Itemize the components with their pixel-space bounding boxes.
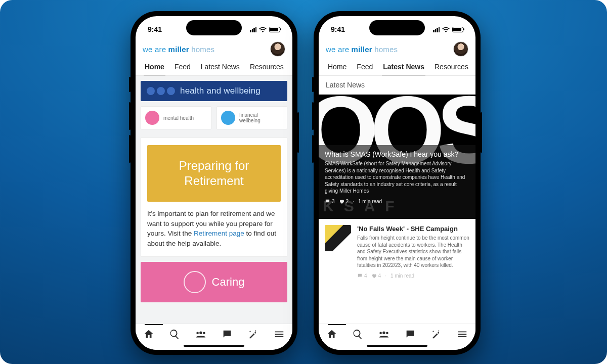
retirement-banner: Preparing forRetirement	[147, 145, 281, 202]
caring-card[interactable]: Caring	[141, 262, 287, 302]
article-desc: Falls from height continue to be the mos…	[357, 235, 469, 269]
featured-article[interactable]: OOS KSAF What is SMAS (WorkSafe) I hear …	[319, 95, 475, 219]
home-body[interactable]: health and wellbeing mental health finan…	[136, 76, 292, 350]
retirement-card[interactable]: Preparing forRetirement It's important t…	[141, 138, 287, 257]
nav-magic-icon[interactable]	[430, 329, 442, 340]
home-indicator	[367, 345, 427, 347]
caring-title: Caring	[212, 276, 245, 289]
news-body[interactable]: Latest News OOS KSAF What is SMAS (WorkS…	[319, 76, 475, 350]
tab-resources[interactable]: Resources	[429, 59, 473, 75]
read-time: 1 min read	[358, 199, 382, 204]
nav-menu-icon[interactable]	[274, 329, 285, 340]
tile-financial-wellbeing[interactable]: financial wellbeing	[216, 106, 287, 129]
article-title: 'No Falls Week' - SHE Campaign	[357, 225, 469, 233]
banner-icons	[147, 87, 175, 95]
comment-icon	[357, 273, 363, 279]
dynamic-island	[369, 20, 425, 35]
nav-home-icon[interactable]	[143, 329, 154, 340]
battery-icon	[269, 27, 280, 32]
health-wellbeing-banner[interactable]: health and wellbeing	[141, 81, 287, 101]
nav-search-icon[interactable]	[352, 329, 363, 340]
nav-menu-icon[interactable]	[457, 329, 468, 340]
read-time: 1 min read	[391, 273, 414, 279]
cellular-icon	[433, 27, 440, 32]
heart-icon	[339, 199, 344, 204]
home-indicator	[184, 345, 244, 347]
nav-magic-icon[interactable]	[247, 329, 258, 340]
section-heading: Latest News	[319, 76, 475, 95]
heart-icon	[371, 273, 377, 279]
featured-title: What is SMAS (WorkSafe) I hear you ask?	[325, 150, 469, 158]
article-item[interactable]: 'No Falls Week' - SHE Campaign Falls fro…	[319, 219, 475, 285]
featured-meta: 3 2 · 1 min read	[325, 199, 469, 204]
tab-latest-news[interactable]: Latest News	[196, 59, 245, 75]
top-tabs: Home Feed Latest News Resources	[136, 59, 292, 76]
brand-logo[interactable]: we are miller homes	[143, 45, 214, 54]
phone-mockup-home: 9:41 we are miller homes Home Feed Lates…	[131, 11, 297, 355]
tile-label: financial wellbeing	[239, 112, 261, 123]
brand-logo[interactable]: we are miller homes	[326, 45, 398, 54]
app-header: we are miller homes	[136, 38, 292, 59]
avatar[interactable]	[270, 41, 285, 57]
cellular-icon	[250, 27, 256, 32]
wifi-icon	[442, 27, 450, 32]
battery-icon	[452, 27, 463, 32]
tile-label: mental health	[163, 115, 194, 121]
article-meta: 4 4 · 1 min read	[357, 273, 469, 279]
tab-resources[interactable]: Resources	[245, 59, 289, 75]
dynamic-island	[186, 20, 242, 35]
nav-chat-icon[interactable]	[222, 329, 233, 340]
nav-search-icon[interactable]	[169, 329, 180, 340]
top-tabs: Home Feed Latest News Resources	[319, 59, 475, 76]
nav-chat-icon[interactable]	[405, 329, 416, 340]
avatar[interactable]	[453, 41, 468, 57]
tab-feed[interactable]: Feed	[352, 59, 378, 75]
tab-latest-news[interactable]: Latest News	[378, 59, 429, 75]
comment-icon	[325, 199, 330, 204]
marketing-stage: 9:41 we are miller homes Home Feed Lates…	[0, 0, 607, 364]
phone-mockup-news: 9:41 we are miller homes Home Feed Lates…	[314, 11, 481, 355]
tab-home[interactable]: Home	[140, 59, 169, 75]
status-time: 9:41	[148, 25, 162, 33]
heart-icon	[145, 111, 159, 125]
nav-home-icon[interactable]	[326, 329, 337, 340]
tab-home[interactable]: Home	[323, 59, 352, 75]
app-header: we are miller homes	[319, 38, 475, 59]
retirement-text: It's important to plan for retirement an…	[147, 209, 281, 248]
retirement-link[interactable]: Retirement page	[194, 230, 244, 237]
tile-mental-health[interactable]: mental health	[141, 106, 211, 129]
featured-desc: SMAS WorkSafe (short for Safety Manageme…	[325, 160, 469, 195]
tab-feed[interactable]: Feed	[169, 59, 196, 75]
article-thumb	[325, 225, 351, 251]
nav-people-icon[interactable]	[378, 329, 389, 340]
status-time: 9:41	[331, 25, 345, 33]
nav-people-icon[interactable]	[195, 329, 206, 340]
banner-title: health and wellbeing	[180, 86, 261, 96]
coin-icon	[221, 111, 235, 125]
wifi-icon	[259, 27, 267, 32]
heart-outline-icon	[184, 271, 206, 293]
